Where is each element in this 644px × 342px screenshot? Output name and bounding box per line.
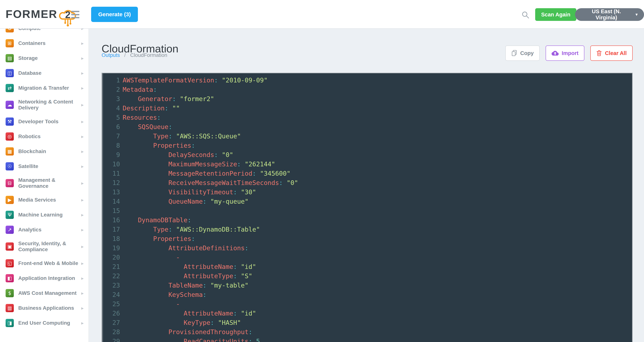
database-icon: ◫ <box>6 69 14 77</box>
sidebar-item-label: Analytics <box>18 227 80 233</box>
sidebar-item-label: Containers <box>18 40 80 46</box>
business-applications-icon: ▥ <box>6 304 14 312</box>
import-button[interactable]: Import <box>546 46 584 61</box>
sidebar-item-blockchain[interactable]: ▦Blockchain▸ <box>0 144 88 159</box>
line-number: 8 <box>102 141 120 150</box>
sidebar-item-aws-cost-management[interactable]: $AWS Cost Management▸ <box>0 286 88 301</box>
line-number: 14 <box>102 197 120 206</box>
sidebar-item-label: Developer Tools <box>18 119 80 125</box>
front-end-web-mobile-icon: ◱ <box>6 259 14 267</box>
line-number: 22 <box>102 271 120 281</box>
generate-button[interactable]: Generate (3) <box>91 7 138 22</box>
sidebar-item-networking-content-delivery[interactable]: ☁Networking & Content Delivery▸ <box>0 96 88 114</box>
code-line: 13 VisibilityTimeout: "30" <box>102 187 632 197</box>
sidebar-item-storage[interactable]: ▤Storage▸ <box>0 51 88 66</box>
satellite-icon: ☉ <box>6 162 14 170</box>
code-line: 10 MaximumMessageSize: "262144" <box>102 159 632 169</box>
sidebar-item-compute[interactable]: ⚙Compute▸ <box>0 28 88 36</box>
line-number: 12 <box>102 178 120 187</box>
search-icon[interactable] <box>521 11 530 20</box>
sidebar-item-label: Blockchain <box>18 148 80 154</box>
line-number: 7 <box>102 131 120 141</box>
copy-button[interactable]: Copy <box>505 46 540 61</box>
line-number: 1 <box>102 76 120 85</box>
sidebar-item-developer-tools[interactable]: ⚒Developer Tools▸ <box>0 114 88 129</box>
caret-down-icon: ▼ <box>635 13 638 17</box>
services-sidebar: ⚙Compute▸⊞Containers▸▤Storage▸◫Database▸… <box>0 28 89 342</box>
chevron-right-icon: ▸ <box>81 85 84 91</box>
sidebar-item-label: Business Applications <box>18 305 80 311</box>
code-line: 27 KeyType: "HASH" <box>102 318 632 327</box>
code-line: 24 KeySchema: <box>102 290 632 299</box>
code-line: 14 QueueName: "my-queue" <box>102 197 632 206</box>
sidebar-item-application-integration[interactable]: ◧Application Integration▸ <box>0 271 88 286</box>
sidebar-item-satellite[interactable]: ☉Satellite▸ <box>0 159 88 174</box>
breadcrumb-separator: / <box>124 52 126 58</box>
clear-all-button[interactable]: Clear All <box>590 46 633 61</box>
chevron-right-icon: ▸ <box>81 70 84 76</box>
compute-icon: ⚙ <box>6 28 14 33</box>
sidebar-item-robotics[interactable]: ◎Robotics▸ <box>0 129 88 144</box>
former2-logo[interactable]: FORMER 2 <box>6 8 79 27</box>
scan-again-button[interactable]: Scan Again <box>535 8 576 21</box>
top-header: FORMER 2 Generate (3) Scan <box>0 0 644 29</box>
sidebar-item-media-services[interactable]: ▶Media Services▸ <box>0 192 88 207</box>
chevron-right-icon: ▸ <box>81 55 84 61</box>
line-number: 26 <box>102 309 120 318</box>
line-number: 18 <box>102 234 120 243</box>
code-line: 29 ReadCapacityUnits: 5 <box>102 336 632 342</box>
sidebar-item-database[interactable]: ◫Database▸ <box>0 66 88 81</box>
line-number: 2 <box>102 85 120 94</box>
former2-app: ⚙Compute▸⊞Containers▸▤Storage▸◫Database▸… <box>0 0 644 342</box>
sidebar-item-security-identity-compliance[interactable]: ▣Security, Identity, & Compliance▸ <box>0 237 88 256</box>
migration-transfer-icon: ⇄ <box>6 84 14 92</box>
code-line: 5Resources: <box>102 113 632 122</box>
line-number: 19 <box>102 243 120 253</box>
containers-icon: ⊞ <box>6 39 14 47</box>
chevron-right-icon: ▸ <box>81 28 84 31</box>
sidebar-item-migration-transfer[interactable]: ⇄Migration & Transfer▸ <box>0 81 88 96</box>
chevron-right-icon: ▸ <box>81 260 84 266</box>
management-governance-icon: ⊟ <box>6 179 14 187</box>
chevron-right-icon: ▸ <box>81 305 84 311</box>
copy-icon <box>511 50 517 56</box>
region-selector[interactable]: US East (N. Virginia) ▼ <box>575 8 644 21</box>
sidebar-item-business-applications[interactable]: ▥Business Applications▸ <box>0 301 88 315</box>
breadcrumb-outputs-link[interactable]: Outputs <box>102 52 120 58</box>
line-number: 20 <box>102 253 120 262</box>
application-integration-icon: ◧ <box>6 274 14 282</box>
code-line: 19 AttributeDefinitions: <box>102 243 632 253</box>
chevron-right-icon: ▸ <box>81 275 84 281</box>
sidebar-item-containers[interactable]: ⊞Containers▸ <box>0 36 88 51</box>
code-line: 22 AttributeType: "S" <box>102 271 632 281</box>
sidebar-item-label: Management & Governance <box>18 177 80 189</box>
services-nav: ⚙Compute▸⊞Containers▸▤Storage▸◫Database▸… <box>0 28 88 330</box>
trash-icon <box>596 50 602 56</box>
code-line: 9 DelaySeconds: "0" <box>102 150 632 159</box>
line-number: 21 <box>102 262 120 271</box>
sidebar-item-analytics[interactable]: ↗Analytics▸ <box>0 222 88 237</box>
code-line: 26 AttributeName: "id" <box>102 309 632 318</box>
sidebar-item-label: Machine Learning <box>18 212 80 218</box>
code-line: 8 Properties: <box>102 141 632 150</box>
sidebar-item-label: Networking & Content Delivery <box>18 99 80 111</box>
sidebar-item-label: Compute <box>18 28 80 31</box>
svg-text:2: 2 <box>65 9 70 20</box>
code-editor[interactable]: 1AWSTemplateFormatVersion: "2010-09-09"2… <box>102 73 633 342</box>
code-line: 20 - <box>102 253 632 262</box>
sidebar-item-machine-learning[interactable]: ΨMachine Learning▸ <box>0 207 88 222</box>
code-line: 18 Properties: <box>102 234 632 243</box>
storage-icon: ▤ <box>6 54 14 62</box>
line-number: 4 <box>102 104 120 113</box>
sidebar-item-management-governance[interactable]: ⊟Management & Governance▸ <box>0 174 88 192</box>
chevron-right-icon: ▸ <box>81 244 84 249</box>
analytics-icon: ↗ <box>6 226 14 234</box>
code-line: 2Metadata: <box>102 85 632 94</box>
code-line: 12 ReceiveMessageWaitTimeSeconds: "0" <box>102 178 632 187</box>
menu-toggle-icon[interactable] <box>71 11 80 19</box>
code-line: 15 <box>102 206 632 215</box>
sidebar-item-front-end-web-mobile[interactable]: ◱Front-end Web & Mobile▸ <box>0 256 88 271</box>
sidebar-item-end-user-computing[interactable]: ◨End User Computing▸ <box>0 315 88 330</box>
line-number: 16 <box>102 215 120 225</box>
chevron-right-icon: ▸ <box>81 149 84 154</box>
